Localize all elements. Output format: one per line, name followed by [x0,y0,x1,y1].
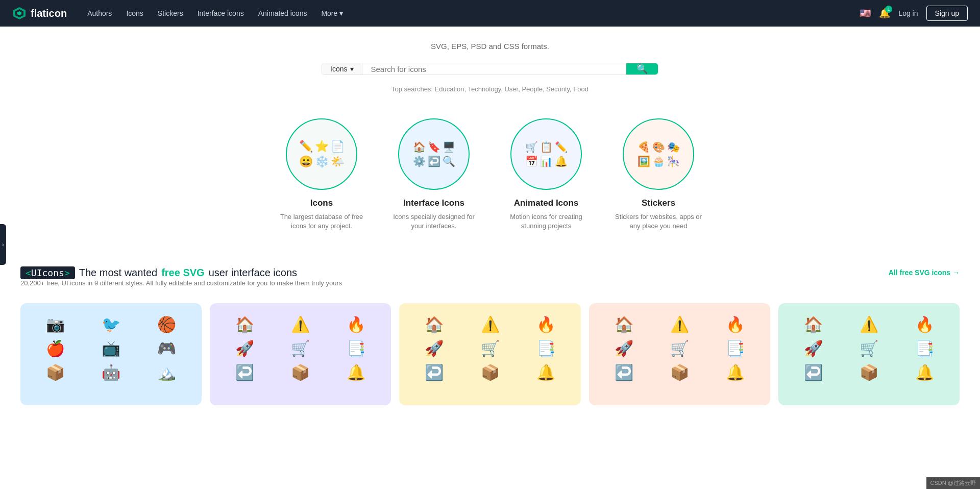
top-searches-terms: Education, Technology, User, People, Sec… [435,85,589,93]
nav-interface-icons[interactable]: Interface icons [191,6,250,20]
icon-item: ↩️ [789,363,838,381]
icon-card-purple[interactable]: 🏠 ⚠️ 🔥 🚀 🛒 📑 ↩️ 📦 🔔 [210,303,391,405]
icon-item: 🔥 [900,315,949,333]
notification-button[interactable]: 🔔 1 [879,8,890,19]
uicons-headline-after: user interface icons [209,267,297,279]
category-circle-animated: 🛒📋✏️ 📅📊🔔 [510,118,582,190]
icon-item: 🔥 [331,315,381,333]
logo-text: flaticon [31,8,67,19]
icon-item: 🛒 [465,339,514,357]
icon-item: 🏠 [789,315,838,333]
icon-item: ⚠️ [276,315,325,333]
uicons-header: <UIcons> The most wanted free SVG user i… [20,266,960,299]
search-section: Icons ▾ 🔍 [0,63,980,85]
icon-item: 📦 [655,363,704,381]
icon-item: 📑 [521,339,571,357]
icon-item: 🎮 [142,339,191,357]
icon-grid-green: 🏠 ⚠️ 🔥 🚀 🛒 📑 ↩️ 📦 🔔 [789,315,949,381]
search-type-chevron-icon: ▾ [350,65,354,73]
icon-item: 🤖 [86,363,136,381]
icon-card-yellow[interactable]: 🏠 ⚠️ 🔥 🚀 🛒 📑 ↩️ 📦 🔔 [399,303,580,405]
category-circle-icons: ✏️⭐📄 😀❄️🌤️ [286,118,357,190]
icon-item: 🔔 [331,363,381,381]
icon-grid-purple: 🏠 ⚠️ 🔥 🚀 🛒 📑 ↩️ 📦 🔔 [220,315,381,381]
icon-item: ⚠️ [844,315,894,333]
icon-item: 🔔 [521,363,571,381]
search-input[interactable] [362,63,626,75]
category-title-stickers: Stickers [642,198,675,208]
icon-card-blue[interactable]: 📷 🐦 🏀 🍎 📺 🎮 📦 🤖 🏔️ [20,303,202,405]
category-desc-icons: The largest database of free icons for a… [276,212,368,231]
icon-item: 🏀 [142,315,191,333]
icon-card-green[interactable]: 🏠 ⚠️ 🔥 🚀 🛒 📑 ↩️ 📦 🔔 [778,303,960,405]
logo[interactable]: flaticon [12,6,67,20]
icon-item: 🐦 [86,315,136,333]
nav-authors[interactable]: Authors [81,6,118,20]
category-circle-stickers: 🍕🎨🎭 🖼️🧁🎠 [623,118,694,190]
category-title-interface: Interface Icons [403,198,464,208]
icon-item: ↩️ [220,363,270,381]
category-card-stickers[interactable]: 🍕🎨🎭 🖼️🧁🎠 Stickers Stickers for websites,… [612,118,704,231]
icon-item: 🔔 [900,363,949,381]
icon-item: 🚀 [789,339,838,357]
side-panel[interactable]: › [0,224,6,265]
search-type-button[interactable]: Icons ▾ [322,63,362,75]
icon-item: 🛒 [655,339,704,357]
language-flag-icon[interactable]: 🇺🇸 [860,8,871,19]
icon-item: 🍎 [31,339,80,357]
icon-item: 🚀 [409,339,459,357]
category-desc-interface: Icons specially designed for your interf… [388,212,480,231]
uicons-title: <UIcons> The most wanted free SVG user i… [20,266,342,279]
uicons-headline-free: free SVG [161,267,204,279]
nav-right: 🇺🇸 🔔 1 Log in Sign up [860,6,968,21]
icon-card-peach[interactable]: 🏠 ⚠️ 🔥 🚀 🛒 📑 ↩️ 📦 🔔 [589,303,770,405]
icon-item: 📦 [844,363,894,381]
icon-item: 📦 [31,363,80,381]
category-cards: ✏️⭐📄 😀❄️🌤️ Icons The largest database of… [0,113,980,256]
chevron-right-icon: › [2,242,4,248]
search-bar: Icons ▾ 🔍 [322,63,658,75]
main-content: SVG, EPS, PSD and CSS formats. Icons ▾ 🔍… [0,27,980,421]
category-card-interface[interactable]: 🏠🔖🖥️ ⚙️↩️🔍 Interface Icons Icons special… [388,118,480,231]
uicons-name: UIcons [31,267,64,278]
search-button[interactable]: 🔍 [626,63,658,75]
category-desc-animated: Motion icons for creating stunning proje… [500,212,592,231]
icon-grid-yellow: 🏠 ⚠️ 🔥 🚀 🛒 📑 ↩️ 📦 🔔 [409,315,570,381]
icon-item: 📑 [900,339,949,357]
category-card-icons[interactable]: ✏️⭐📄 😀❄️🌤️ Icons The largest database of… [276,118,368,231]
nav-animated-icons[interactable]: Animated icons [252,6,313,20]
nav-icons[interactable]: Icons [120,6,149,20]
all-free-svg-link[interactable]: All free SVG icons → [889,268,960,277]
nav-stickers[interactable]: Stickers [152,6,189,20]
icon-item: 🏔️ [142,363,191,381]
bracket-open: < [26,267,31,278]
icon-item: 🏠 [599,315,649,333]
icon-item: ⚠️ [465,315,514,333]
category-card-animated[interactable]: 🛒📋✏️ 📅📊🔔 Animated Icons Motion icons for… [500,118,592,231]
icon-item: 📺 [86,339,136,357]
icon-item: 📑 [710,339,760,357]
icon-item: ↩️ [599,363,649,381]
icon-cards: 📷 🐦 🏀 🍎 📺 🎮 📦 🤖 🏔️ 🏠 ⚠️ 🔥 🚀 [20,303,960,405]
top-searches: Top searches: Education, Technology, Use… [0,85,980,113]
icon-item: 🔥 [521,315,571,333]
icon-grid-peach: 🏠 ⚠️ 🔥 🚀 🛒 📑 ↩️ 📦 🔔 [599,315,760,381]
signup-button[interactable]: Sign up [926,6,968,21]
icon-item: 🚀 [220,339,270,357]
nav-links: Authors Icons Stickers Interface icons A… [81,6,860,20]
icon-item: ⚠️ [655,315,704,333]
category-circle-interface: 🏠🔖🖥️ ⚙️↩️🔍 [398,118,470,190]
nav-more[interactable]: More ▾ [315,6,349,20]
icon-item: 🏠 [220,315,270,333]
uicons-title-block: <UIcons> The most wanted free SVG user i… [20,266,342,299]
icon-item: 🔥 [710,315,760,333]
icon-item: 🏠 [409,315,459,333]
login-button[interactable]: Log in [898,9,918,17]
icon-item: 🛒 [844,339,894,357]
category-desc-stickers: Stickers for websites, apps or any place… [612,212,704,231]
search-type-label: Icons [330,65,347,73]
icon-item: 📦 [276,363,325,381]
top-format-text: SVG, EPS, PSD and CSS formats. [0,37,980,63]
icon-item: 📑 [331,339,381,357]
icon-item: 📷 [31,315,80,333]
